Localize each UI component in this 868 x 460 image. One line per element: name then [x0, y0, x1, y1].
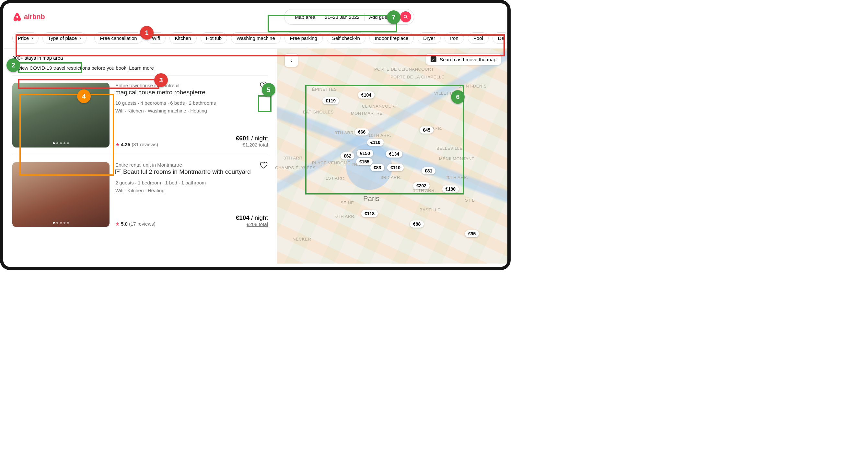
filter-chip[interactable]: Kitchen — [169, 32, 197, 44]
logo-text: airbnb — [24, 12, 45, 21]
map[interactable]: ‹ ✓ Search as I move the map Paris PORTE… — [277, 49, 507, 263]
filter-chip[interactable]: Free parking — [284, 32, 323, 44]
listing-capacity: 2 guests · 1 bedroom · 1 bed · 1 bathroo… — [115, 179, 268, 187]
annotation-badge-3: 3 — [154, 73, 168, 87]
map-back-button[interactable]: ‹ — [285, 54, 298, 67]
listing-amenities: Wifi · Kitchen · Washing machine · Heati… — [115, 107, 268, 115]
map-price-pin[interactable]: €110 — [367, 139, 383, 146]
map-area-label: 8TH ARR. — [283, 155, 304, 161]
chevron-down-icon: ▾ — [31, 36, 33, 40]
star-icon: ★ — [115, 221, 120, 227]
map-price-pin[interactable]: €202 — [413, 182, 430, 189]
listing-photo[interactable] — [12, 83, 110, 147]
annotation-badge-4: 4 — [77, 89, 91, 103]
map-price-pin[interactable]: €88 — [410, 221, 424, 228]
map-price-pin[interactable]: €95 — [465, 230, 479, 237]
map-area-label: ST B — [465, 198, 475, 203]
filter-type[interactable]: Type of place▾ — [42, 32, 87, 44]
covid-learn-more[interactable]: Learn more — [129, 65, 154, 71]
chevron-left-icon: ‹ — [290, 57, 292, 64]
map-price-pin[interactable]: €83 — [370, 164, 384, 171]
map-area-label: 10TH ARR. — [368, 133, 391, 138]
map-area-label: BATIGNOLLES — [303, 110, 334, 114]
map-area-label: Seine — [341, 200, 354, 205]
map-price-pin[interactable]: €66 — [355, 128, 369, 136]
map-price-pin[interactable]: €81 — [422, 167, 435, 174]
search-icon — [403, 15, 408, 19]
map-price-pin[interactable]: €62 — [341, 152, 354, 160]
map-area-label: NECKER — [292, 237, 311, 241]
map-area-label: 1ST ARR. — [326, 176, 346, 180]
photo-dots — [53, 222, 69, 224]
superhost-icon — [115, 169, 121, 176]
map-area-label: CLIGNANCOURT — [362, 104, 398, 109]
map-price-pin[interactable]: €118 — [361, 210, 378, 217]
map-price-pin[interactable]: €119 — [322, 97, 339, 105]
search-location[interactable]: Map area — [290, 13, 320, 21]
results-count: 300+ stays in map area — [12, 55, 268, 61]
listing-capacity: 10 guests · 4 bedrooms · 6 beds · 2 bath… — [115, 99, 268, 107]
star-icon: ★ — [115, 142, 120, 147]
logo[interactable]: airbnb — [12, 12, 45, 22]
chevron-down-icon: ▾ — [80, 36, 81, 40]
map-city-label: Paris — [363, 195, 379, 203]
annotation-badge-6: 6 — [451, 90, 465, 104]
listing-photo[interactable] — [12, 162, 110, 227]
filter-chip[interactable]: Self check-in — [327, 32, 366, 44]
filter-chip[interactable]: Free cancellation — [94, 32, 142, 44]
filter-chip[interactable]: Iron — [444, 32, 464, 44]
map-area-label: PORTE DE CLIGNANCOURT — [374, 67, 434, 71]
listing-title: magical house metro robespierre — [115, 89, 268, 96]
map-area-label: 9TH ARR. — [335, 130, 355, 135]
search-as-move-toggle[interactable]: ✓ Search as I move the map — [426, 54, 501, 65]
map-price-pin[interactable]: €110 — [387, 164, 404, 171]
filter-chip[interactable]: De — [493, 32, 507, 44]
filter-chip[interactable]: Indoor fireplace — [369, 32, 414, 44]
listing-amenities: Wifi · Kitchen · Heating — [115, 187, 268, 195]
map-area-label: 6TH ARR. — [335, 214, 356, 219]
map-area-label: PLACE VENDÔME — [312, 161, 350, 165]
filter-price[interactable]: Price▾ — [12, 32, 38, 44]
listing-kicker: Entire townhouse in Montreuil — [115, 83, 268, 88]
map-area-label: ÉPINETTES — [312, 87, 337, 92]
annotation-badge-1: 1 — [140, 26, 154, 39]
filter-row: Price▾ Type of place▾ Free cancellation … — [3, 28, 507, 49]
search-dates[interactable]: 21–23 Jan 2022 — [320, 13, 365, 21]
listing-rating: ★4.25 (31 reviews) — [115, 142, 158, 147]
map-area-label: CHAMPS-ÉLYSÉES — [275, 165, 316, 170]
covid-notice: Review COVID-19 travel restrictions befo… — [12, 65, 268, 71]
photo-dots — [53, 142, 69, 144]
listing-rating: ★5.0 (17 reviews) — [115, 221, 156, 227]
save-button[interactable] — [259, 161, 268, 171]
map-area-label: PORTE DE LA CHAPELLE — [391, 75, 444, 80]
filter-chip[interactable]: Pool — [468, 32, 489, 44]
annotation-badge-5: 5 — [262, 83, 275, 96]
map-price-pin[interactable]: €180 — [442, 185, 459, 193]
filter-chip[interactable]: Washing machine — [231, 32, 281, 44]
map-price-pin[interactable]: €45 — [420, 126, 434, 134]
listing-card[interactable]: Entire townhouse in Montreuil magical ho… — [12, 75, 268, 155]
filter-chip[interactable]: Hot tub — [200, 32, 227, 44]
listing-title: Beautiful 2 rooms in Montmartre with cou… — [115, 168, 268, 176]
checkbox-checked-icon: ✓ — [431, 56, 436, 62]
map-area-label: BELLEVILLE — [436, 146, 463, 151]
map-price-pin[interactable]: €155 — [356, 158, 373, 165]
svg-point-0 — [404, 15, 407, 18]
map-price-pin[interactable]: €104 — [358, 91, 375, 98]
airbnb-logo-icon — [12, 12, 22, 22]
annotation-badge-2: 2 — [6, 58, 20, 72]
search-button[interactable] — [400, 11, 411, 22]
map-area-label: MONTMARTRE — [351, 111, 383, 116]
listing-card[interactable]: Entire rental unit in Montmartre Beautif… — [12, 155, 268, 234]
filter-chip[interactable]: Dryer — [417, 32, 441, 44]
heart-icon — [259, 161, 268, 169]
listing-kicker: Entire rental unit in Montmartre — [115, 162, 268, 168]
map-area-label: 20TH ARR. — [445, 175, 468, 180]
map-area-label: MÉNILMONTANT — [439, 156, 474, 161]
svg-line-1 — [406, 18, 408, 19]
map-price-pin[interactable]: €150 — [357, 150, 373, 157]
annotation-badge-7: 7 — [387, 10, 400, 24]
map-area-label: BASTILLE — [420, 207, 441, 212]
map-price-pin[interactable]: €134 — [386, 150, 402, 157]
listing-price: €104 / night €208 total — [236, 214, 268, 227]
